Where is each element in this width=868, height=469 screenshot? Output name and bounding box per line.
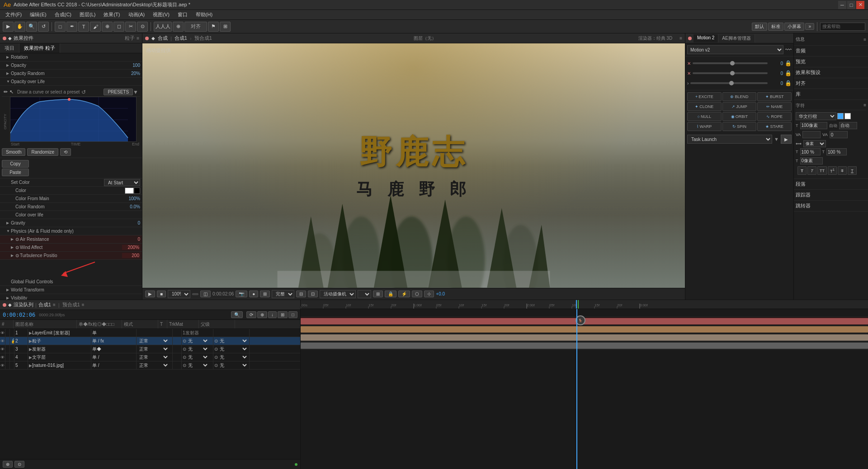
- task-launch-dropdown[interactable]: ▼: [774, 136, 779, 142]
- tl-btn1[interactable]: ⟳: [246, 311, 256, 318]
- slider-thumb-3[interactable]: [729, 81, 734, 85]
- prop-opacity-random[interactable]: ▶ Opacity Random 20%: [0, 70, 142, 78]
- btn-orbit[interactable]: ◉ ORBIT: [722, 112, 757, 121]
- layer-5-parent-select[interactable]: 无: [218, 362, 248, 368]
- color-channels[interactable]: ●: [249, 291, 258, 297]
- type-italic[interactable]: T: [807, 166, 816, 175]
- btn-blend[interactable]: ⊕ BLEND: [722, 92, 757, 101]
- type-strikethrough[interactable]: T: [838, 166, 847, 175]
- prop-set-color[interactable]: Set Color At Start: [0, 178, 142, 187]
- menu-edit[interactable]: 编辑(E): [26, 10, 50, 19]
- layer-3-expand[interactable]: ▶: [29, 347, 32, 352]
- prop-color-over-life[interactable]: Color over life: [0, 211, 142, 219]
- timecode-main[interactable]: 0:00:02:06: [3, 312, 35, 318]
- tool-expand[interactable]: ⊞: [220, 22, 231, 32]
- layer-5-trkmat-select[interactable]: 无: [186, 362, 209, 368]
- menu-animation[interactable]: 动画(A): [125, 10, 149, 19]
- layer-row-4[interactable]: 👁 4 ▶ 文字层 单 / 正常 ⊙ 无: [0, 353, 300, 361]
- tl-foot-btn1[interactable]: ⊕: [3, 461, 13, 468]
- layer-5-eye[interactable]: 👁: [0, 361, 5, 369]
- tool-rotate[interactable]: ↺: [38, 22, 49, 32]
- type-tt[interactable]: TT: [817, 166, 827, 175]
- layer-2-expand[interactable]: ▶: [29, 339, 32, 343]
- menu-view[interactable]: 视图(V): [149, 10, 173, 19]
- 3d-draft[interactable]: ⊹: [424, 291, 434, 297]
- btn-burst[interactable]: ✦ BURST: [757, 92, 792, 101]
- layer-1-lock[interactable]: [10, 329, 14, 337]
- layer-2-eye[interactable]: 👁: [0, 337, 5, 345]
- tool-sync[interactable]: ⊕: [173, 22, 184, 32]
- font-select[interactable]: 华文行楷: [796, 112, 836, 120]
- tool-select[interactable]: ▶: [3, 22, 14, 32]
- layer-row-5[interactable]: 👁 5 ▶ [nature-016.jpg] 单 / 正常 ⊙: [0, 361, 300, 370]
- tool-hand[interactable]: ✋: [14, 22, 25, 32]
- comp-settings[interactable]: ⊞: [373, 291, 383, 297]
- info-menu[interactable]: ≡: [863, 37, 866, 42]
- slider-track-3[interactable]: [690, 82, 768, 84]
- timeline-tab3[interactable]: 预合成1: [62, 301, 80, 308]
- layer-5-lock[interactable]: [10, 361, 14, 369]
- prop-global-fluid[interactable]: Global Fluid Controls: [0, 278, 142, 286]
- tool-eraser[interactable]: ◻: [113, 22, 124, 32]
- tracking-input[interactable]: [802, 131, 821, 138]
- layer-3-eye[interactable]: 👁: [0, 345, 5, 353]
- btn-name[interactable]: ✏ NAME: [757, 102, 792, 111]
- tab-effects-controls[interactable]: 效果控件 粒子: [19, 43, 60, 53]
- camera-select[interactable]: 活动摄像机: [320, 290, 356, 298]
- tool-rect[interactable]: □: [55, 22, 66, 32]
- layer-3-lock[interactable]: [10, 345, 14, 353]
- close-dot[interactable]: [3, 37, 6, 40]
- font-size-input[interactable]: [800, 122, 827, 129]
- font-color-swatch[interactable]: [837, 113, 844, 119]
- layer-4-solo[interactable]: [5, 353, 10, 361]
- view-count-select[interactable]: 1个: [358, 290, 371, 298]
- type-underline[interactable]: T: [848, 166, 857, 175]
- timeline-close-dot[interactable]: [3, 303, 6, 307]
- tl-btn3[interactable]: ↓: [268, 311, 277, 318]
- prop-rotation[interactable]: ▶ Rotation: [0, 53, 142, 61]
- btn-excite[interactable]: + EXCITE: [687, 92, 722, 101]
- panel-menu-icon[interactable]: ≡: [679, 36, 682, 41]
- layer-4-parent-select[interactable]: 无: [218, 354, 248, 360]
- center-close-dot[interactable]: [145, 37, 149, 40]
- default-workspace[interactable]: 默认: [752, 23, 767, 31]
- curve-pencil-icon[interactable]: ✏: [4, 89, 8, 95]
- standard-workspace[interactable]: 标准: [768, 23, 783, 31]
- track-bar-3[interactable]: [301, 326, 868, 333]
- curve-reset-icon[interactable]: ↺: [81, 89, 86, 95]
- maximize-button[interactable]: □: [847, 1, 855, 9]
- layer-3-parent-select[interactable]: 无: [218, 346, 248, 352]
- layer-5-expand[interactable]: ▶: [29, 363, 32, 368]
- layer-4-eye[interactable]: 👁: [0, 353, 5, 361]
- layer-3-solo[interactable]: [5, 345, 10, 353]
- prop-color-from-main[interactable]: Color From Main 100%: [0, 195, 142, 203]
- tab-project[interactable]: 项目: [0, 43, 19, 53]
- slider-lock-2[interactable]: 🔒: [785, 70, 792, 76]
- layer-5-mode-select[interactable]: 正常: [137, 362, 169, 368]
- menu-file[interactable]: 文件(F): [2, 10, 25, 19]
- fast-preview[interactable]: ⚡: [398, 291, 410, 297]
- layer-3-trkmat-select[interactable]: 无: [186, 346, 209, 352]
- copy-button[interactable]: Copy: [2, 160, 29, 168]
- layer-1-solo[interactable]: [5, 329, 10, 337]
- prop-wind-affect[interactable]: ▶ ⊙ Wind Affect 200%: [0, 244, 142, 252]
- prop-visibility[interactable]: ▶ Visibility: [0, 294, 142, 300]
- curve-canvas[interactable]: [10, 97, 137, 142]
- btn-spin[interactable]: ↻ SPIN: [722, 122, 757, 131]
- scale-h-input[interactable]: [800, 148, 821, 155]
- panel-menu[interactable]: ≡: [137, 36, 139, 41]
- randomize-button[interactable]: Randomize: [27, 148, 58, 156]
- slider-lock-3[interactable]: 🔒: [785, 80, 792, 86]
- quality-select[interactable]: 完整: [272, 290, 294, 298]
- pixels-select[interactable]: 像素: [803, 140, 826, 147]
- tool-zoom[interactable]: 🔍: [26, 22, 37, 32]
- type-superscript[interactable]: T1: [828, 166, 837, 175]
- tl-btn5[interactable]: □: [288, 311, 297, 318]
- viewer-lock[interactable]: 🔒: [385, 291, 396, 297]
- camera-icon[interactable]: 📷: [236, 291, 247, 297]
- characters-menu[interactable]: ≡: [863, 103, 866, 108]
- search-help-input[interactable]: [820, 23, 865, 31]
- tab-motion2[interactable]: Motion 2: [693, 34, 718, 42]
- tool-roto[interactable]: ✂: [125, 22, 136, 32]
- prop-turbulence[interactable]: ▶ ⊙ Turbulence Positio 200: [0, 252, 142, 260]
